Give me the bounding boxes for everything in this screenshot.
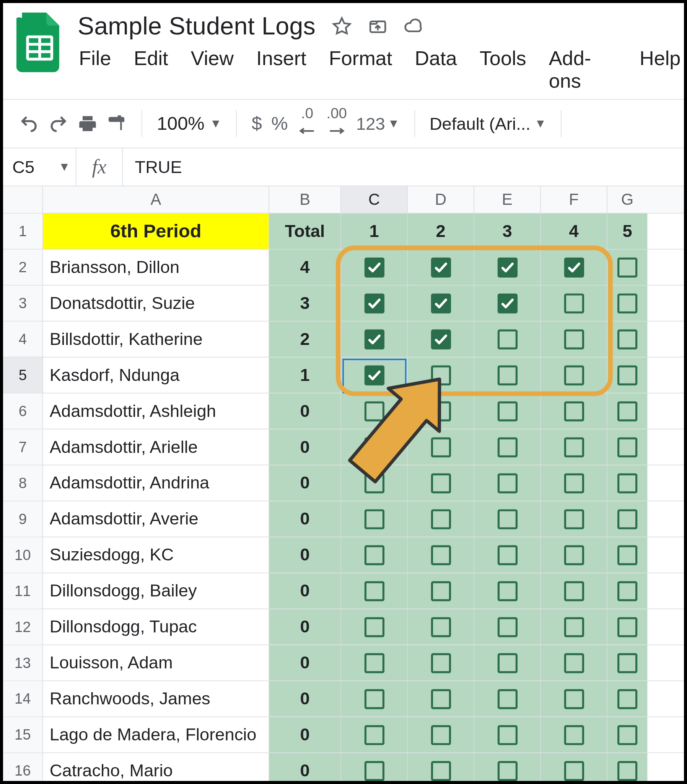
row-header[interactable]: 10 xyxy=(3,537,43,572)
checkbox[interactable] xyxy=(564,761,584,781)
checkbox[interactable] xyxy=(364,725,384,744)
cell-name[interactable]: Suziesdogg, KC xyxy=(43,537,269,572)
menu-data[interactable]: Data xyxy=(415,47,457,92)
cell-name[interactable]: Catracho, Mario xyxy=(43,753,269,784)
cell-C2[interactable] xyxy=(341,250,408,285)
checkbox[interactable] xyxy=(564,725,584,744)
spreadsheet-grid[interactable]: A B C D E F G 1 6th Period Total 1 2 3 4… xyxy=(3,186,687,784)
checkbox[interactable] xyxy=(364,329,384,349)
checkbox[interactable] xyxy=(364,473,384,493)
cell-E16[interactable] xyxy=(474,753,541,784)
checkbox[interactable] xyxy=(497,293,517,313)
cell-total[interactable]: 2 xyxy=(269,321,341,357)
checkbox[interactable] xyxy=(617,653,637,673)
cell-B1[interactable]: Total xyxy=(269,214,341,249)
checkbox[interactable] xyxy=(431,365,450,385)
checkbox[interactable] xyxy=(364,545,384,565)
menu-help[interactable]: Help xyxy=(639,47,680,92)
checkbox[interactable] xyxy=(617,761,637,781)
checkbox[interactable] xyxy=(497,509,517,529)
undo-icon[interactable] xyxy=(19,114,39,133)
checkbox[interactable] xyxy=(564,365,584,385)
cell-C8[interactable] xyxy=(341,466,408,501)
font-family-dropdown[interactable]: Default (Ari... ▼ xyxy=(429,113,546,134)
cell-C7[interactable] xyxy=(341,430,408,465)
cell-total[interactable]: 0 xyxy=(269,681,341,716)
checkbox[interactable] xyxy=(564,329,584,349)
cell-F2[interactable] xyxy=(541,250,607,285)
checkbox[interactable] xyxy=(497,473,517,493)
checkbox[interactable] xyxy=(364,761,384,781)
cell-G15[interactable] xyxy=(607,717,647,752)
cell-F12[interactable] xyxy=(541,609,607,644)
checkbox[interactable] xyxy=(364,688,384,708)
cell-F8[interactable] xyxy=(541,466,607,501)
cell-D5[interactable] xyxy=(408,357,474,393)
number-format-dropdown[interactable]: 123 ▼ xyxy=(356,113,399,134)
cell-E2[interactable] xyxy=(474,250,541,285)
checkbox[interactable] xyxy=(364,617,384,637)
cell-E12[interactable] xyxy=(474,609,541,644)
checkbox[interactable] xyxy=(617,329,637,349)
checkbox[interactable] xyxy=(431,473,450,493)
cell-G13[interactable] xyxy=(607,645,647,680)
checkbox[interactable] xyxy=(617,293,637,313)
star-icon[interactable] xyxy=(332,16,352,36)
cell-D16[interactable] xyxy=(408,753,474,784)
menu-view[interactable]: View xyxy=(191,47,234,92)
cell-C5[interactable] xyxy=(341,357,408,393)
checkbox[interactable] xyxy=(431,725,450,744)
cell-name[interactable]: Adamsdottir, Arielle xyxy=(43,430,269,465)
cell-total[interactable]: 0 xyxy=(269,430,341,465)
cell-G1[interactable]: 5 xyxy=(607,214,647,249)
row-header[interactable]: 11 xyxy=(3,573,43,608)
cell-G3[interactable] xyxy=(607,286,647,321)
row-header[interactable]: 4 xyxy=(3,321,43,357)
row-header[interactable]: 5 xyxy=(3,357,43,393)
checkbox[interactable] xyxy=(617,617,637,637)
checkbox[interactable] xyxy=(617,688,637,708)
checkbox[interactable] xyxy=(497,257,517,277)
checkbox[interactable] xyxy=(497,437,517,457)
checkbox[interactable] xyxy=(431,545,450,565)
checkbox[interactable] xyxy=(431,437,450,457)
row-header[interactable]: 14 xyxy=(3,681,43,716)
cell-total[interactable]: 0 xyxy=(269,753,341,784)
redo-icon[interactable] xyxy=(48,114,68,133)
checkbox[interactable] xyxy=(617,725,637,744)
cell-C10[interactable] xyxy=(341,537,408,572)
cell-C6[interactable] xyxy=(341,394,408,429)
zoom-dropdown[interactable]: 100% ▼ xyxy=(157,113,222,134)
row-header-1[interactable]: 1 xyxy=(3,214,43,249)
cell-name[interactable]: Adamsdottir, Andrina xyxy=(43,466,269,501)
cell-F4[interactable] xyxy=(541,321,607,357)
cell-total[interactable]: 0 xyxy=(269,717,341,752)
cell-C4[interactable] xyxy=(341,321,408,357)
col-header-A[interactable]: A xyxy=(43,186,269,213)
checkbox[interactable] xyxy=(564,401,584,421)
menu-tools[interactable]: Tools xyxy=(480,47,526,92)
cell-F10[interactable] xyxy=(541,537,607,572)
increase-decimal-button[interactable]: .00 xyxy=(327,106,347,141)
checkbox[interactable] xyxy=(617,581,637,601)
cell-name[interactable]: Kasdorf, Ndunga xyxy=(43,357,269,393)
cell-D2[interactable] xyxy=(408,250,474,285)
checkbox[interactable] xyxy=(497,545,517,565)
cell-E4[interactable] xyxy=(474,321,541,357)
checkbox[interactable] xyxy=(431,688,450,708)
cell-E11[interactable] xyxy=(474,573,541,608)
cell-F7[interactable] xyxy=(541,430,607,465)
checkbox[interactable] xyxy=(617,509,637,529)
checkbox[interactable] xyxy=(431,617,450,637)
checkbox[interactable] xyxy=(497,365,517,385)
col-header-E[interactable]: E xyxy=(474,186,541,213)
cell-A1[interactable]: 6th Period xyxy=(43,214,269,249)
cell-C13[interactable] xyxy=(341,645,408,680)
cell-C15[interactable] xyxy=(341,717,408,752)
cell-name[interactable]: Briansson, Dillon xyxy=(43,250,269,285)
checkbox[interactable] xyxy=(364,653,384,673)
cell-E7[interactable] xyxy=(474,430,541,465)
cell-E3[interactable] xyxy=(474,286,541,321)
cell-G10[interactable] xyxy=(607,537,647,572)
col-header-D[interactable]: D xyxy=(408,186,474,213)
